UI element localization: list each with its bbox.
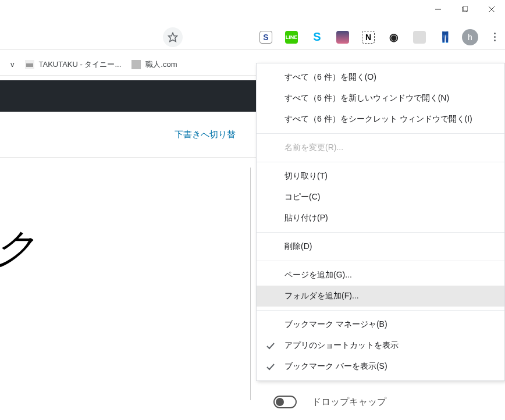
browser-toolbar: SLINESN◉👖 h (0, 24, 505, 50)
menu-item: 名前を変更(R)... (257, 137, 504, 158)
menu-item[interactable]: すべて（6 件）をシークレット ウィンドウで開く(I) (257, 109, 504, 130)
omnibox-end (0, 27, 183, 47)
svg-rect-7 (26, 63, 33, 67)
menu-item-label: すべて（6 件）をシークレット ウィンドウで開く(I) (284, 114, 472, 124)
menu-item-label: すべて（6 件）を開く(O) (284, 72, 376, 83)
bookmark-label: TAKUTAKU - タイニー... (39, 59, 122, 70)
menu-item-label: 切り取り(T) (284, 171, 328, 181)
sidebar-divider (250, 168, 256, 400)
extensions-row: SLINESN◉👖 (259, 31, 451, 44)
extension-icon[interactable] (336, 31, 349, 44)
bookmark-item[interactable]: v (10, 60, 15, 69)
bookmark-item[interactable]: TAKUTAKU - タイニー... (25, 59, 122, 70)
svg-marker-5 (169, 33, 177, 41)
menu-item[interactable]: フォルダを追加(F)... (257, 286, 504, 307)
extension-icon[interactable]: 👖 (439, 31, 451, 44)
menu-item[interactable]: 切り取り(T) (257, 166, 504, 187)
switch-to-draft-link[interactable]: 下書きへ切り替 (175, 129, 236, 140)
menu-item-label: 名前を変更(R)... (284, 143, 343, 153)
extension-icon[interactable]: LINE (285, 31, 298, 44)
menu-item-label: フォルダを追加(F)... (284, 291, 359, 301)
menu-item[interactable]: ページを追加(G)... (257, 265, 504, 286)
menu-separator (257, 232, 504, 233)
extension-icon[interactable]: S (311, 31, 323, 44)
check-icon (266, 362, 275, 371)
window-controls (425, 0, 505, 19)
profile-avatar[interactable]: h (462, 29, 478, 45)
menu-item[interactable]: アプリのショートカットを表示 (257, 335, 504, 356)
content-glyph: ク (0, 221, 36, 276)
menu-item[interactable]: ブックマーク バーを表示(S) (257, 356, 504, 377)
menu-separator (257, 261, 504, 261)
close-button[interactable] (478, 0, 505, 19)
menu-item-label: 貼り付け(P) (284, 213, 328, 223)
browser-menu-button[interactable] (489, 29, 500, 45)
check-icon (266, 341, 275, 350)
menu-separator (257, 310, 504, 311)
menu-item-label: すべて（6 件）を新しいウィンドウで開く(N) (284, 93, 449, 104)
menu-item-label: アプリのショートカットを表示 (284, 340, 399, 351)
maximize-button[interactable] (451, 0, 478, 19)
menu-item-label: 削除(D) (284, 241, 312, 252)
svg-rect-8 (131, 60, 141, 69)
menu-item[interactable]: すべて（6 件）を新しいウィンドウで開く(N) (257, 88, 504, 109)
minimize-button[interactable] (425, 0, 451, 19)
menu-item[interactable]: すべて（6 件）を開く(O) (257, 67, 504, 88)
svg-rect-2 (463, 6, 468, 11)
menu-separator (257, 162, 504, 162)
menu-item[interactable]: 貼り付け(P) (257, 208, 504, 229)
extension-icon[interactable]: S (259, 31, 272, 44)
menu-item[interactable]: コピー(C) (257, 187, 504, 208)
bookmark-favicon-icon (25, 60, 34, 69)
menu-item[interactable]: 削除(D) (257, 236, 504, 257)
menu-item-label: ブックマーク マネージャ(B) (284, 319, 387, 330)
bookmark-label: 職人.com (145, 59, 177, 70)
menu-item-label: ページを追加(G)... (284, 270, 352, 280)
bookmark-item[interactable]: 職人.com (131, 59, 177, 70)
menu-separator (257, 133, 504, 134)
bookmark-label: v (10, 60, 15, 69)
dropcap-setting-row: ドロップキャップ (273, 396, 386, 408)
extension-icon[interactable]: ◉ (387, 31, 400, 44)
extension-icon[interactable]: N (362, 31, 375, 44)
bookmark-context-menu: すべて（6 件）を開く(O)すべて（6 件）を新しいウィンドウで開く(N)すべて… (256, 63, 505, 381)
menu-item-label: ブックマーク バーを表示(S) (284, 361, 387, 372)
bookmark-favicon-icon (131, 60, 141, 69)
dropcap-label: ドロップキャップ (312, 396, 386, 408)
menu-item-label: コピー(C) (284, 192, 320, 202)
page-divider (0, 157, 256, 158)
extension-icon[interactable] (413, 31, 426, 44)
menu-item[interactable]: ブックマーク マネージャ(B) (257, 314, 504, 335)
dropcap-toggle[interactable] (273, 396, 297, 408)
bookmark-star-button[interactable] (163, 27, 183, 47)
